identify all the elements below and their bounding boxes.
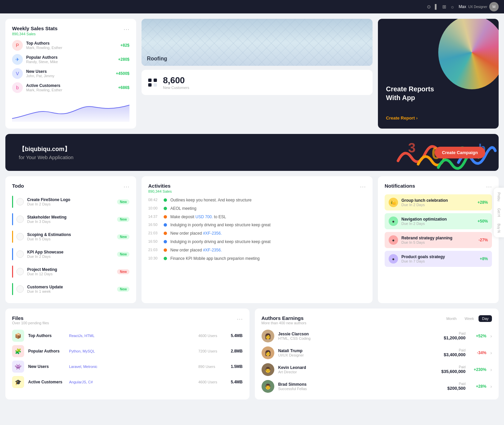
search-icon[interactable]: ⊙ [427,4,431,9]
ae-avatar: 👩 [262,346,274,359]
ae-item: 👨 Brad Simmons Successful Fellas Paid $2… [262,380,492,393]
act-text: Outlines keep you honest. And keep struc… [170,197,251,203]
todo-name: Stakeholder Meeting [27,215,114,220]
notif-due: Due In 5 Days [401,240,475,244]
act-dot-orange [164,215,167,219]
ae-arrow-icon[interactable]: › [490,350,492,356]
ae-change-neg: -34% [469,350,486,355]
user-info: Max UX Designer M [459,2,499,11]
act-text: Indulging in poorly driving and keep str… [170,239,271,245]
file-name: Active Customers [28,380,65,384]
act-text: Make deposit USD 700. to ESL [170,214,226,220]
notif-name: Product goals strategy [401,254,477,259]
sidebar-peek-item[interactable]: Buy N [496,222,502,235]
tab-week[interactable]: Week [461,315,478,322]
sales-chart [12,98,129,122]
ae-name: Brad Simmons [278,382,444,387]
grid-icon[interactable]: ⊞ [442,4,446,9]
act-dot-green [164,207,167,210]
ae-item: 👩 Jessie Clarcson HTML, CSS Coding Paid … [262,330,492,342]
ae-header: Authors Earnings More than 400 new autho… [262,315,492,325]
create-report-link[interactable]: Create Report › [386,115,491,121]
ae-change-pos: +28% [469,384,486,389]
arrow-right-icon: › [416,115,417,121]
ae-info: Brad Simmons Successful Fellas [278,382,444,391]
tab-month[interactable]: Month [443,315,460,322]
todo-due: Due In 3 Days [27,220,114,224]
file-tags: AngularJS, C# [69,380,194,384]
file-item: 🎓 Active Customers AngularJS, C# 4600 Us… [12,376,243,388]
tab-day[interactable]: Day [479,315,492,322]
file-users: 4600 Users [199,334,222,338]
todo-checkbox[interactable] [16,198,24,205]
ae-arrow-icon[interactable]: › [490,367,492,372]
notif-name: Navigation optimization [401,217,474,222]
todo-name: Customers Update [27,285,114,289]
sidebar-peek-item[interactable]: Get H [496,206,502,219]
center-column: Roofing 8,600 New Customers [142,19,373,129]
stat-value: +686$ [118,85,129,90]
stat-name: New Users [26,69,113,74]
new-users-icon: V [12,68,23,79]
todo-item: KPI App Showcase Due In 2 Days New [12,247,129,262]
activities-dots-icon[interactable]: ⋯ [360,183,366,190]
ae-payment: Paid $35,600,000 [441,365,465,374]
todo-checkbox[interactable] [16,233,24,240]
todo-bar-green [12,283,13,295]
ae-amount: $35,600,000 [441,369,465,374]
todo-info: Project Meeting Due In 12 Days [27,267,114,276]
banner-brand: 【biqubiqu.com】 [19,145,73,153]
act-dot-orange [164,232,167,235]
right-sidebar-peek: Prebu Get H Buy N [494,188,504,237]
notifications-dots-icon[interactable]: ⋯ [486,183,492,190]
file-users: 7200 Users [199,349,222,353]
act-time: 16:50 [148,239,160,243]
ae-arrow-icon[interactable]: › [490,384,492,389]
act-time: 10:30 [148,256,160,260]
act-text: New order placed #XF-2356. [170,231,222,236]
file-tags: ReactJs, HTML [69,334,194,338]
file-size: 1.5MB [226,364,243,369]
todo-item: Stakeholder Meeting Due In 3 Days New [12,212,129,227]
todo-badge: New [117,287,129,292]
todo-dots-icon[interactable]: ⋯ [123,183,129,190]
todo-checkbox[interactable] [16,216,24,223]
sidebar-peek-item[interactable]: Prebu [496,190,502,203]
notif-item: ● Navigation optimization Due In 2 Days … [385,213,492,229]
ae-payment: Paid $1,200,000 [444,332,465,340]
todo-due: Due In 5 Days [27,237,114,241]
ae-change-pos: +52% [469,334,486,338]
todo-info: Customers Update Due In 1 week [27,285,114,293]
ae-paid-label: Paid [441,365,465,369]
todo-checkbox[interactable] [16,285,24,293]
act-time: 10:00 [148,206,160,210]
create-campaign-button[interactable]: Create Campaign [435,147,485,158]
ae-arrow-icon[interactable]: › [490,333,492,339]
act-link[interactable]: #XF-2356. [203,248,222,252]
ae-title: Authors Earnings [262,315,306,321]
ae-avatar: 👨 [262,363,274,376]
ae-item: 👩 Natali Trump UI/UX Designer Paid $3,40… [262,346,492,359]
ae-period-tabs: Month Week Day [443,315,492,322]
avatar[interactable]: M [489,2,499,11]
notif-value: +28% [478,200,488,205]
todo-checkbox[interactable] [16,268,24,275]
ae-role: UI/UX Designer [278,353,440,357]
act-link[interactable]: USD 700. [195,215,213,219]
files-dots-icon[interactable]: ⋯ [237,315,243,323]
stat-name: Popular Authors [26,55,115,60]
card-header: Activities 890,344 Sales ⋯ [148,183,366,193]
file-icon-yellow: 🎓 [12,376,24,388]
act-dot-green [164,257,167,260]
todo-due: Due In 12 Days [27,272,114,276]
file-size: 5.4MB [226,333,243,338]
act-link[interactable]: #XF-2356. [203,231,222,236]
user-name: Max [459,4,466,9]
file-size: 2.8MB [226,349,243,353]
ae-paid-label: Paid [444,332,465,335]
card-header: Todo ⋯ [12,183,129,190]
weekly-sales-subtitle: 890,344 Sales [12,32,58,36]
new-customers-info: 8,600 New Customers [163,75,189,90]
todo-checkbox[interactable] [16,250,24,258]
dots-menu-icon[interactable]: ⋯ [123,26,129,33]
